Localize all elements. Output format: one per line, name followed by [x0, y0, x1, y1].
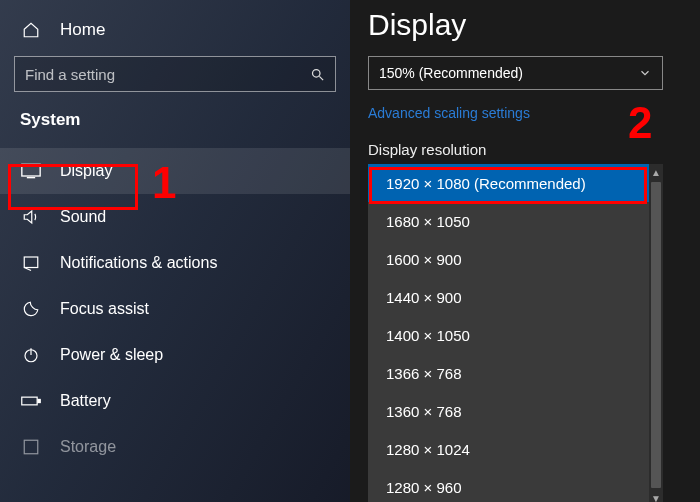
sidebar-item-display[interactable]: Display — [0, 148, 350, 194]
scroll-down-icon[interactable]: ▼ — [649, 490, 663, 502]
settings-sidebar: Home Find a setting System Display — [0, 0, 350, 502]
scale-dropdown[interactable]: 150% (Recommended) — [368, 56, 663, 90]
sidebar-home[interactable]: Home — [0, 10, 350, 52]
sidebar-item-label: Storage — [60, 438, 116, 456]
sidebar-item-power-sleep[interactable]: Power & sleep — [0, 332, 350, 378]
resolution-option[interactable]: 1280 × 960 — [368, 468, 663, 502]
svg-rect-2 — [22, 164, 40, 176]
svg-line-1 — [319, 76, 323, 80]
search-placeholder: Find a setting — [25, 66, 115, 83]
sidebar-item-sound[interactable]: Sound — [0, 194, 350, 240]
resolution-option[interactable]: 1600 × 900 — [368, 240, 663, 278]
sidebar-item-label: Battery — [60, 392, 111, 410]
focus-assist-icon — [20, 300, 42, 318]
sidebar-home-label: Home — [60, 20, 105, 40]
sidebar-item-storage[interactable]: Storage — [0, 424, 350, 470]
svg-rect-10 — [24, 440, 38, 454]
sound-icon — [20, 208, 42, 226]
sidebar-item-label: Display — [60, 162, 112, 180]
search-icon — [310, 67, 325, 82]
sidebar-item-label: Notifications & actions — [60, 254, 217, 272]
svg-point-0 — [313, 69, 321, 77]
resolution-option[interactable]: 1400 × 1050 — [368, 316, 663, 354]
sidebar-item-battery[interactable]: Battery — [0, 378, 350, 424]
resolution-option[interactable]: 1360 × 768 — [368, 392, 663, 430]
svg-rect-8 — [22, 397, 37, 405]
page-title: Display — [368, 8, 700, 42]
resolution-label: Display resolution — [368, 141, 700, 158]
display-icon — [20, 163, 42, 179]
sidebar-item-focus-assist[interactable]: Focus assist — [0, 286, 350, 332]
sidebar-item-label: Power & sleep — [60, 346, 163, 364]
svg-rect-4 — [24, 257, 38, 268]
resolution-option[interactable]: 1280 × 1024 — [368, 430, 663, 468]
notifications-icon — [20, 254, 42, 272]
resolution-option[interactable]: 1920 × 1080 (Recommended) — [368, 164, 663, 202]
home-icon — [20, 21, 42, 39]
resolution-option[interactable]: 1680 × 1050 — [368, 202, 663, 240]
battery-icon — [20, 394, 42, 408]
sidebar-item-notifications[interactable]: Notifications & actions — [0, 240, 350, 286]
scroll-up-icon[interactable]: ▲ — [649, 164, 663, 180]
sidebar-item-label: Sound — [60, 208, 106, 226]
main-panel: Display 150% (Recommended) Advanced scal… — [350, 0, 700, 502]
scale-value: 150% (Recommended) — [379, 65, 523, 81]
power-icon — [20, 346, 42, 364]
resolution-dropdown-open[interactable]: 1920 × 1080 (Recommended) 1680 × 1050 16… — [368, 164, 663, 502]
resolution-option[interactable]: 1366 × 768 — [368, 354, 663, 392]
sidebar-item-label: Focus assist — [60, 300, 149, 318]
search-input[interactable]: Find a setting — [14, 56, 336, 92]
dropdown-scrollbar[interactable]: ▲ ▼ — [649, 164, 663, 502]
scroll-thumb[interactable] — [651, 182, 661, 488]
chevron-down-icon — [638, 66, 652, 80]
svg-rect-9 — [38, 399, 40, 402]
storage-icon — [20, 438, 42, 456]
advanced-scaling-link[interactable]: Advanced scaling settings — [368, 105, 530, 121]
sidebar-section-system: System — [0, 106, 350, 148]
resolution-option[interactable]: 1440 × 900 — [368, 278, 663, 316]
